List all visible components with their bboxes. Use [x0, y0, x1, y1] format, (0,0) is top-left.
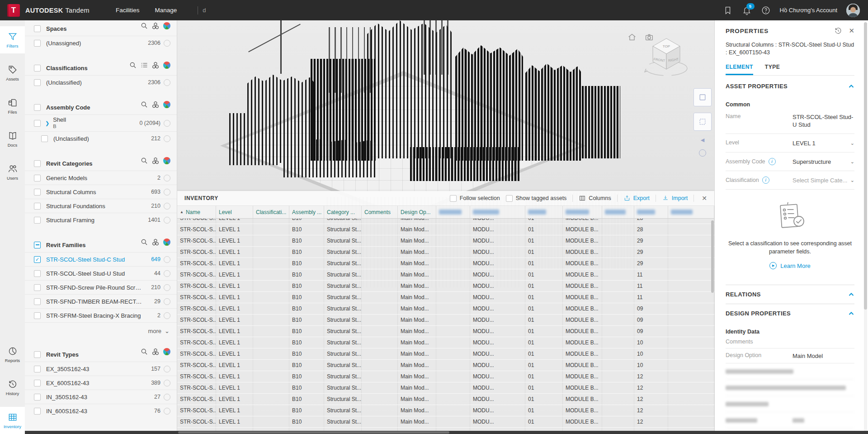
asset-properties-section-header[interactable]: ASSET PROPERTIES	[726, 83, 854, 90]
filter-checkbox[interactable]	[34, 366, 41, 372]
sidebar-item-filters[interactable]: Filters	[0, 26, 25, 53]
assets-icon[interactable]	[152, 62, 159, 69]
section-checkbox[interactable]	[34, 25, 41, 32]
filter-checkbox[interactable]: ✓	[34, 256, 41, 263]
assets-icon[interactable]	[152, 157, 159, 164]
column-header[interactable]: Comments	[362, 206, 398, 218]
search-icon[interactable]	[141, 348, 148, 355]
filter-item[interactable]: IN_600S162-4376	[25, 404, 177, 418]
filter-checkbox[interactable]	[34, 284, 41, 291]
assets-icon[interactable]	[152, 348, 159, 355]
chevron-down-icon[interactable]: ⌄	[850, 177, 854, 183]
table-row[interactable]: STR-SCOL-S...LEVEL 1B10Structural St...M…	[177, 315, 714, 326]
inventory-horizontal-scrollbar[interactable]	[178, 431, 449, 434]
isolate-circle-icon[interactable]	[164, 120, 170, 127]
table-row[interactable]: STR-SCOL-S...LEVEL 1B10Structural St...M…	[177, 348, 714, 360]
table-row[interactable]: STR-SCOL-S...LEVEL 1B10Structural St...M…	[177, 247, 714, 258]
sidebar-item-reports[interactable]: Reports	[0, 341, 25, 368]
filter-checkbox[interactable]	[34, 408, 41, 415]
learn-more-link[interactable]: ▶ Learn More	[769, 262, 810, 269]
filter-checkbox[interactable]	[34, 217, 41, 224]
table-row[interactable]: STR-SCOL-S...LEVEL 1B10Structural St...M…	[177, 303, 714, 315]
search-icon[interactable]	[141, 22, 148, 29]
avatar[interactable]	[846, 4, 860, 17]
filter-item[interactable]: STR-SCOL-Steel Stud-U Stud44	[25, 266, 177, 280]
sidebar-item-inventory[interactable]: Inventory	[0, 407, 25, 434]
column-header-redacted[interactable]	[602, 206, 634, 218]
filter-checkbox[interactable]	[34, 189, 41, 196]
tandem-logo[interactable]: T	[7, 4, 20, 17]
export-button[interactable]: Export	[623, 195, 650, 202]
isolate-circle-icon[interactable]	[164, 380, 170, 386]
flyout-arrow-icon[interactable]: ◀	[701, 137, 704, 143]
checkbox[interactable]	[450, 195, 457, 202]
column-header-redacted[interactable]	[563, 206, 602, 218]
relations-section-header[interactable]: RELATIONS	[726, 291, 854, 298]
column-header-redacted[interactable]	[634, 206, 668, 218]
color-by-pie-icon[interactable]	[163, 238, 170, 246]
table-row[interactable]: STR-SCOL-S...LEVEL 1B10Structural St...M…	[177, 224, 714, 235]
account-label[interactable]: Hồ Chương's Account	[780, 7, 837, 14]
property-value[interactable]: Superstructure	[793, 158, 848, 166]
isolate-circle-icon[interactable]	[164, 312, 170, 319]
filter-item[interactable]: Generic Models2	[25, 171, 177, 185]
table-row[interactable]: STR-SCOL-S...LEVEL 1B10Structural St...M…	[177, 371, 714, 382]
isolate-circle-icon[interactable]	[164, 408, 170, 415]
filter-item[interactable]: (Unassigned)2306	[25, 36, 177, 50]
history-icon[interactable]	[834, 27, 842, 35]
properties-scrollbar[interactable]	[864, 22, 867, 432]
selection-box-tool-button[interactable]	[693, 88, 712, 106]
filter-item[interactable]: ✓STR-SCOL-Steel Stud-C Stud649	[25, 252, 177, 266]
columns-button[interactable]: Columns	[579, 195, 611, 202]
assets-icon[interactable]	[152, 101, 159, 108]
filter-checkbox[interactable]	[34, 312, 41, 319]
info-icon[interactable]: i	[769, 158, 776, 165]
chevron-down-icon[interactable]: ⌄	[850, 159, 854, 165]
isolate-circle-icon[interactable]	[164, 394, 170, 401]
filter-item[interactable]: (Unclassified)212	[25, 131, 177, 145]
tab-element[interactable]: ELEMENT	[726, 64, 753, 75]
column-header[interactable]: Assembly ...	[289, 206, 324, 218]
sidebar-item-assets[interactable]: Assets	[0, 59, 25, 86]
filter-item[interactable]: EX_350S162-43157	[25, 362, 177, 376]
column-header[interactable]: Classificati...	[253, 206, 289, 218]
filter-checkbox[interactable]	[34, 270, 41, 277]
property-value[interactable]: STR-SCOL-Steel Stud-U Stud	[793, 113, 854, 129]
color-by-pie-icon[interactable]	[163, 62, 170, 69]
filter-checkbox[interactable]	[41, 135, 48, 142]
table-row[interactable]: STR-SCOL-S...LEVEL 1B10Structural St...M…	[177, 405, 714, 416]
checkbox[interactable]	[506, 195, 513, 202]
assets-icon[interactable]	[152, 22, 159, 29]
search-icon[interactable]	[141, 157, 148, 164]
section-checkbox[interactable]	[34, 351, 41, 358]
isolate-circle-icon[interactable]	[164, 189, 170, 196]
table-row[interactable]: STR-SCOL-S...LEVEL 1B10Structural St...M…	[177, 269, 714, 281]
sidebar-item-files[interactable]: Files	[0, 92, 25, 119]
isolate-circle-icon[interactable]	[164, 298, 170, 305]
table-row[interactable]: STR-SCOL-S...LEVEL 1B10Structural St...M…	[177, 258, 714, 269]
filter-checkbox[interactable]	[34, 298, 41, 305]
table-row[interactable]: STR-SCOL-S...LEVEL 1B10Structural St...M…	[177, 337, 714, 348]
more-link[interactable]: more⌄	[25, 322, 177, 336]
close-properties-icon[interactable]: ✕	[849, 27, 854, 35]
import-button[interactable]: Import	[662, 195, 688, 202]
bookmark-icon[interactable]	[723, 5, 733, 15]
filter-checkbox[interactable]	[34, 79, 41, 86]
search-icon[interactable]	[141, 238, 148, 246]
isolate-circle-icon[interactable]	[164, 270, 170, 277]
filter-item[interactable]: Structural Foundations210	[25, 199, 177, 213]
filter-item[interactable]: STR-SFND-Screw Pile-Round Screw Pile210	[25, 280, 177, 294]
filter-checkbox[interactable]	[34, 203, 41, 210]
filter-item[interactable]: Structural Columns693	[25, 185, 177, 199]
table-row[interactable]: STR-SCOL-S...LEVEL 1B10Structural St...M…	[177, 394, 714, 405]
column-header[interactable]: ▲Name	[177, 206, 216, 218]
filter-item[interactable]: (Unclassified)2306	[25, 75, 177, 89]
filter-checkbox[interactable]	[34, 380, 41, 386]
table-row[interactable]: STR-SCOL-S...LEVEL 1B10Structural St...M…	[177, 416, 714, 428]
help-icon[interactable]	[761, 5, 771, 15]
facility-search-text[interactable]: d	[203, 7, 206, 14]
column-header[interactable]: Category ...	[324, 206, 362, 218]
isolate-circle-icon[interactable]	[164, 256, 170, 263]
column-header[interactable]: Design Op...	[398, 206, 436, 218]
sidebar-item-docs[interactable]: Docs	[0, 125, 25, 153]
